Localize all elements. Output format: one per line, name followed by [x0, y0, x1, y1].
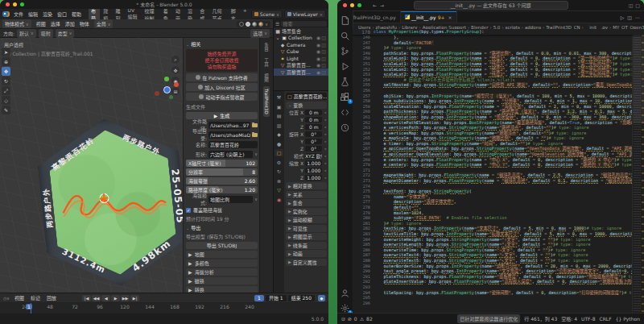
remote-explorer-icon[interactable] [340, 107, 350, 118]
menu-item[interactable]: 窗口 [55, 10, 69, 19]
property-section-header[interactable]: ▶视图显示 [286, 233, 327, 240]
viewport-menu-item[interactable]: 物体 [77, 19, 92, 28]
forward-icon[interactable]: → [380, 2, 384, 8]
transform-value[interactable]: XYZ 欧拉角 [305, 153, 322, 159]
export-stl-button[interactable]: 导出 STL/OBJ [186, 242, 258, 249]
support-link-button[interactable]: 动动手指点赞收藏 [186, 93, 258, 101]
property-section-header[interactable]: ▶关系 [286, 191, 327, 198]
gizmo-center-handle[interactable] [163, 86, 171, 93]
visibility-icons[interactable]: ◉◫ [316, 56, 327, 61]
trail-hexagon-model[interactable]: 高黎贡百花岭 两步路户外 25-05-05 4.98km 3112.4m 两步路… [34, 111, 192, 293]
run-file-icon[interactable]: ▷ [621, 15, 625, 20]
collapsed-subpanel[interactable]: ▶多颜色 [186, 260, 258, 267]
toggle-panel-icon[interactable]: ◫ [629, 2, 634, 8]
blender-logo-icon[interactable] [2, 11, 10, 17]
property-section-header[interactable]: ▶线条画 [286, 242, 327, 249]
frame-start-field[interactable]: 开始 1 [266, 295, 287, 301]
minimap[interactable] [632, 35, 644, 314]
gizmo-x-handle[interactable] [174, 82, 179, 87]
more-actions-icon[interactable]: ⋯ [635, 15, 640, 20]
sidebar-tab[interactable]: 条目 [262, 40, 270, 54]
menu-item[interactable]: 帮助 [69, 10, 84, 19]
playback-button[interactable]: |◀ [82, 295, 91, 301]
render-tab-icon[interactable]: ▣ [275, 103, 283, 110]
error-icon[interactable]: ⊘ [348, 316, 352, 322]
move-tool-icon[interactable]: ✥ [2, 67, 10, 76]
sidebar-tab[interactable]: TrailPrint3D [263, 86, 270, 117]
solid-shading-icon[interactable] [246, 22, 250, 27]
outliner-item[interactable]: ▽ Cube ◉◫ [274, 48, 328, 56]
account-icon[interactable] [340, 288, 350, 298]
lock-icon[interactable]: • [324, 117, 327, 123]
transform-value[interactable]: 1.000 [305, 175, 322, 181]
slider[interactable]: 分辨率 8 [186, 168, 258, 176]
lock-icon[interactable]: • [324, 139, 327, 144]
error-count[interactable]: 0 [354, 316, 357, 322]
property-section-header[interactable]: ▶动画 [286, 250, 327, 257]
gizmo-neg-y-handle[interactable] [169, 95, 173, 99]
gizmo-neg-x-handle[interactable] [155, 91, 159, 96]
annotate-tool-icon[interactable]: ✎ [2, 106, 10, 114]
property-section-header[interactable]: ▶可见性 [286, 225, 327, 232]
transform-section-header[interactable]: ⌄变换 [286, 102, 327, 109]
timeline-ruler[interactable]: 24487296120144168192216240 1 [0, 303, 328, 314]
split-editor-icon[interactable]: ◫ [627, 15, 632, 20]
warning-icon[interactable]: ⚠ [360, 316, 364, 322]
folder-icon[interactable] [252, 123, 258, 127]
playback-button[interactable]: ▶| [130, 295, 139, 301]
field-value[interactable]: /Users/zhao...97 (1).gpx [208, 122, 250, 129]
delta-transform-header[interactable]: ▶相对变换 [286, 182, 327, 189]
material-tab-icon[interactable]: ◉ [275, 196, 283, 203]
search-icon[interactable] [340, 31, 350, 41]
material-shading-icon[interactable] [252, 22, 257, 27]
menu-item[interactable]: 渲染 [40, 10, 55, 19]
scene-tab-icon[interactable]: ◆ [275, 131, 283, 138]
gizmo-y-handle[interactable] [164, 77, 169, 81]
transform-value[interactable]: 0° [305, 131, 322, 137]
options-dropdown[interactable]: 选项∨ [250, 29, 270, 38]
playback-button[interactable]: ◀◀ [92, 295, 101, 301]
chevron-down-icon[interactable]: ∨ [265, 22, 268, 27]
world-tab-icon[interactable]: ● [275, 140, 283, 147]
property-section-header[interactable]: ▶运动模糊 [286, 216, 327, 223]
warning-count[interactable]: 82 [366, 316, 373, 322]
extensions-icon[interactable]: 1 [340, 92, 350, 102]
field-value[interactable]: 六边形 (尖朝上) [208, 151, 253, 158]
zoom-icon[interactable]: ⌕ [171, 56, 180, 64]
testing-flask-icon[interactable] [340, 77, 350, 87]
visibility-icons[interactable]: ◉◫ [316, 42, 327, 48]
expand-icon[interactable]: ⌄ [275, 35, 280, 40]
playhead-label[interactable]: 1 [26, 304, 32, 309]
scene-selector[interactable]: Scene ∨ [251, 10, 283, 19]
status-item[interactable]: 已针对屏幕阅读器进行优化 [457, 314, 520, 323]
property-section-header[interactable]: ▶集合 [286, 199, 327, 206]
run-debug-icon[interactable] [340, 61, 350, 72]
tool-tab-icon[interactable]: ⚒ [275, 93, 283, 101]
viewport-menu-item[interactable]: 添加 [63, 19, 77, 28]
constraint-tab-icon[interactable]: ⊗ [275, 177, 283, 185]
status-item[interactable]: UTF-8 [581, 316, 596, 322]
snap-type-dropdown[interactable]: 类型∨ [56, 29, 75, 38]
viewport-menu-item[interactable]: 视图 [34, 19, 48, 28]
rotate-tool-icon[interactable]: ↻ [2, 77, 10, 85]
pan-hand-icon[interactable]: ✥ [171, 66, 180, 74]
orientation-dropdown[interactable]: 全局∨ [94, 19, 114, 28]
code-editor[interactable]: 170 class MyProperties(bpy.types.Propert… [353, 29, 644, 314]
filter-icon[interactable]: ☰ [275, 21, 279, 27]
close-icon[interactable] [343, 3, 347, 7]
scale-tool-icon[interactable]: ⤢ [2, 86, 10, 95]
menu-item[interactable]: 编辑 [26, 10, 40, 19]
lock-icon[interactable]: • [324, 124, 327, 130]
folder-icon[interactable] [252, 133, 258, 137]
slider[interactable]: 海拔夸张 2.60 [186, 177, 258, 185]
timeline-menu-item[interactable]: 视图 [12, 293, 27, 302]
modifier-tab-icon[interactable]: ⚙ [275, 159, 283, 166]
transform-value[interactable]: 0 m [305, 110, 322, 115]
lock-icon[interactable]: • [324, 160, 327, 166]
code-lines[interactable]: 246 },247 default='FACTOR'248 )# type: i… [353, 35, 644, 305]
command-center[interactable]: __init__.py — 此文件存在 63 个问题 [414, 1, 568, 10]
status-item[interactable]: 空格: 4 [561, 315, 577, 322]
current-frame-field[interactable]: 1 [254, 295, 264, 301]
playback-button[interactable]: ▶▶ [121, 295, 130, 301]
visibility-icons[interactable]: ◉◫ [316, 35, 327, 40]
